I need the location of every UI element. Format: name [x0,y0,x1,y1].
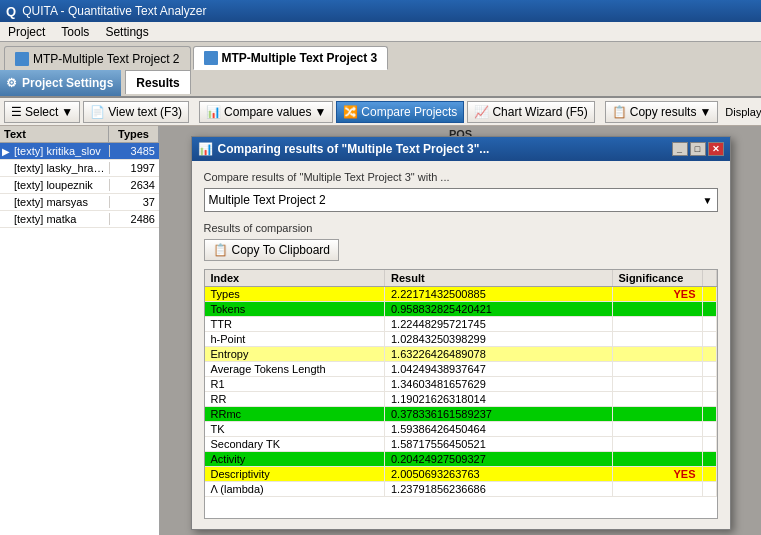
menu-settings[interactable]: Settings [101,24,152,40]
scroll-cell [702,407,716,422]
result-value: 1.59386426450464 [385,422,613,437]
significance-value [612,422,702,437]
row-text: [texty] loupeznik [12,177,109,193]
list-item: RR1.19021626318014 [205,392,717,407]
menu-tools[interactable]: Tools [57,24,93,40]
list-item: RRmc0.378336161589237 [205,407,717,422]
menu-bar: Project Tools Settings [0,22,761,42]
scroll-cell [702,467,716,482]
row-marker: ▶ [0,146,12,157]
chart-icon: 📈 [474,105,489,119]
settings-icon: ⚙ [6,76,17,90]
results-tab[interactable]: Results [125,70,190,94]
scroll-cell [702,362,716,377]
copy-dropdown-icon: ▼ [699,105,711,119]
modal-overlay: 📊 Comparing results of "Multiple Text Pr… [160,126,761,535]
scrollbar-header [702,270,716,287]
result-value: 1.23791856236686 [385,482,613,497]
result-index: R1 [205,377,385,392]
compare-icon: 📊 [206,105,221,119]
chart-wizard-button[interactable]: 📈 Chart Wizard (F5) [467,101,594,123]
scroll-cell [702,452,716,467]
main-content: Text Types ▶ [texty] kritika_slov 3485 [… [0,126,761,535]
list-item: Descriptivity2.0050693263763YES [205,467,717,482]
tab-bar: MTP-Multiple Text Project 2 MTP-Multiple… [0,42,761,70]
table-container: Index Result Significance Types2.2217143… [204,269,718,519]
modal-controls: _ □ ✕ [672,142,724,156]
select-button[interactable]: ☰ Select ▼ [4,101,80,123]
compare-project-select[interactable]: Multiple Text Project 2 ▼ [204,188,718,212]
list-item: Secondary TK1.58717556450521 [205,437,717,452]
significance-value [612,482,702,497]
menu-project[interactable]: Project [4,24,49,40]
result-index: RR [205,392,385,407]
results-table-wrapper[interactable]: Index Result Significance Types2.2217143… [204,269,718,519]
result-value: 1.04249438937647 [385,362,613,377]
clipboard-icon: 📋 [213,243,228,257]
significance-value [612,392,702,407]
compare-modal: 📊 Comparing results of "Multiple Text Pr… [191,136,731,530]
significance-value [612,437,702,452]
significance-value: YES [612,287,702,302]
list-item: TTR1.22448295721745 [205,317,717,332]
copy-to-clipboard-button[interactable]: 📋 Copy To Clipboard [204,239,340,261]
compare-projects-icon: 🔀 [343,105,358,119]
list-item: R11.34603481657629 [205,377,717,392]
result-value: 0.20424927509327 [385,452,613,467]
significance-value [612,407,702,422]
significance-value [612,362,702,377]
significance-value [612,452,702,467]
result-value: 1.02843250398299 [385,332,613,347]
result-value: 2.22171432500885 [385,287,613,302]
modal-close-button[interactable]: ✕ [708,142,724,156]
result-index: h-Point [205,332,385,347]
result-index: Entropy [205,347,385,362]
table-row[interactable]: [texty] matka 2486 [0,211,159,228]
result-index: TK [205,422,385,437]
copy-results-button[interactable]: 📋 Copy results ▼ [605,101,719,123]
scroll-cell [702,392,716,407]
results-label: Results [136,76,179,90]
row-text: [texty] lasky_hra_... [12,160,109,176]
table-row[interactable]: ▶ [texty] kritika_slov 3485 [0,143,159,160]
scroll-cell [702,332,716,347]
modal-maximize-button[interactable]: □ [690,142,706,156]
table-row[interactable]: [texty] marsyas 37 [0,194,159,211]
results-of-comparison-label: Results of comparsion [204,222,718,234]
modal-minimize-button[interactable]: _ [672,142,688,156]
result-index: Types [205,287,385,302]
row-num: 1997 [109,162,159,174]
toolbar-row: ☰ Select ▼ 📄 View text (F3) 📊 Compare va… [0,98,761,126]
results-table: Index Result Significance Types2.2217143… [205,270,717,497]
modal-titlebar: 📊 Comparing results of "Multiple Text Pr… [192,137,730,161]
table-row[interactable]: [texty] loupeznik 2634 [0,177,159,194]
scroll-cell [702,317,716,332]
result-index: Average Tokens Length [205,362,385,377]
col-header-result: Result [385,270,613,287]
compare-values-button[interactable]: 📊 Compare values ▼ [199,101,333,123]
col-header-significance: Significance [612,270,702,287]
significance-value [612,377,702,392]
result-value: 2.0050693263763 [385,467,613,482]
scroll-cell [702,287,716,302]
row-text: [texty] matka [12,211,109,227]
result-index: TTR [205,317,385,332]
compare-projects-button[interactable]: 🔀 Compare Projects [336,101,464,123]
row-num: 2634 [109,179,159,191]
tab-project-3[interactable]: MTP-Multiple Text Project 3 [193,46,389,70]
tab-label-3: MTP-Multiple Text Project 3 [222,51,378,65]
app-icon: Q [6,4,16,19]
select-arrow-icon: ▼ [703,195,713,206]
result-index: RRmc [205,407,385,422]
compare-with-label: Compare results of "Multiple Text Projec… [204,171,718,183]
tab-project-2[interactable]: MTP-Multiple Text Project 2 [4,46,191,70]
result-value: 1.63226426489078 [385,347,613,362]
scroll-cell [702,302,716,317]
modal-title: 📊 Comparing results of "Multiple Text Pr… [198,142,490,156]
view-text-button[interactable]: 📄 View text (F3) [83,101,189,123]
scroll-cell [702,347,716,362]
right-panel: POS 📊 Comparing results of "Multiple Tex… [160,126,761,535]
title-bar: Q QUITA - Quantitative Text Analyzer [0,0,761,22]
table-row[interactable]: [texty] lasky_hra_... 1997 [0,160,159,177]
result-value: 1.22448295721745 [385,317,613,332]
